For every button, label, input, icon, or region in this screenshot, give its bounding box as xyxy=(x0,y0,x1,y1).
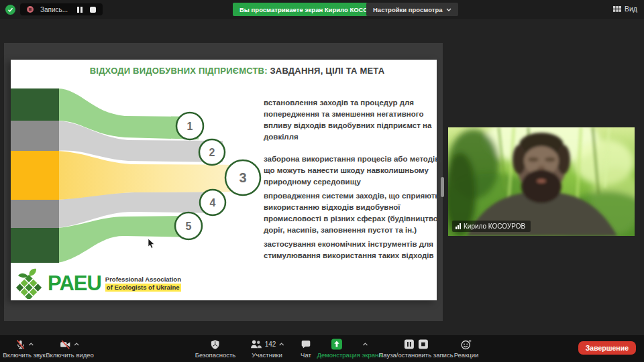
slide-paragraph: впровадження системи заходів, що сприяют… xyxy=(264,190,442,236)
logo-line1: Professional Association xyxy=(105,276,181,284)
reactions-emoji-icon xyxy=(460,339,472,350)
encryption-shield-icon xyxy=(5,5,15,15)
start-video-button[interactable]: Включить видео xyxy=(46,339,94,359)
chevron-up-icon[interactable] xyxy=(28,343,34,346)
security-shield-icon xyxy=(210,339,221,350)
video-panel-collapse-handle[interactable] xyxy=(441,177,444,197)
participants-icon xyxy=(250,339,262,349)
slide-title-green: ВІДХОДИ ВИДОБУВНИХ ПІДПРИЄМСТВ: xyxy=(90,66,270,76)
view-button[interactable]: Вид xyxy=(613,5,637,13)
participant-video-tile[interactable]: Кирило КОСОУРОВ xyxy=(448,127,635,236)
slide-title: ВІДХОДИ ВИДОБУВНИХ ПІДПРИЄМСТВ: ЗАВДАННЯ… xyxy=(38,66,437,76)
view-options-label: Настройки просмотра xyxy=(373,6,442,13)
recording-dot-icon xyxy=(27,6,34,13)
funnel-number-5: 5 xyxy=(186,221,192,232)
stop-recording-icon[interactable] xyxy=(418,339,428,349)
participant-video-frame xyxy=(448,127,635,236)
unmute-label: Включить звук xyxy=(3,351,45,359)
recording-label: Запись... xyxy=(40,6,68,13)
meeting-top-bar: Запись... Вы просматриваете экран Кирило… xyxy=(0,0,644,19)
security-label: Безопасность xyxy=(195,351,236,359)
view-options-button[interactable]: Настройки просмотра xyxy=(366,3,458,16)
pause-stop-recording-label: Пауза/остановить запись xyxy=(378,351,453,359)
paeu-logo: PAEU Professional Association of Ecologi… xyxy=(16,268,181,299)
unmute-button[interactable]: Включить звук xyxy=(3,339,45,359)
pause-stop-recording-button[interactable]: Пауза/остановить запись xyxy=(378,339,453,359)
reactions-button[interactable]: Реакции xyxy=(454,339,479,359)
mouse-cursor xyxy=(148,239,156,249)
logo-line2: of Ecologists of Ukraine xyxy=(105,284,181,292)
slide-paragraph: застосування економічних інструментів дл… xyxy=(264,239,442,261)
participants-label: Участники xyxy=(252,351,282,359)
participants-count: 142 xyxy=(265,341,276,348)
view-label: Вид xyxy=(625,5,637,13)
presentation-slide: ВІДХОДИ ВИДОБУВНИХ ПІДПРИЄМСТВ: ЗАВДАННЯ… xyxy=(11,60,437,300)
stop-recording-icon[interactable] xyxy=(90,7,96,13)
share-screen-icon xyxy=(331,339,342,350)
paeu-cube-icon xyxy=(16,268,46,299)
recording-controls[interactable]: Запись... xyxy=(20,3,103,15)
share-screen-label: Демонстрация экрана xyxy=(317,351,382,359)
chat-bubble-icon xyxy=(301,339,311,349)
chevron-up-icon[interactable] xyxy=(362,343,368,346)
slide-paragraph: встановлення заходів та процедур для поп… xyxy=(264,97,442,143)
participant-name-tag: Кирило КОСОУРОВ xyxy=(452,221,531,232)
funnel-number-4: 4 xyxy=(210,197,216,208)
chevron-up-icon[interactable] xyxy=(278,343,284,346)
funnel-diagram: 1 2 3 4 5 xyxy=(11,86,266,268)
pause-recording-icon[interactable] xyxy=(404,339,414,349)
chevron-down-icon xyxy=(446,8,451,11)
slide-title-dark: ЗАВДАННЯ, ЦІЛІ ТА МЕТА xyxy=(270,66,385,76)
share-screen-button[interactable]: Демонстрация экрана xyxy=(317,339,382,359)
slide-paragraph: заборона використання процесів або метод… xyxy=(264,154,442,188)
mic-muted-icon xyxy=(15,339,25,350)
reactions-label: Реакции xyxy=(454,351,479,359)
funnel-number-1: 1 xyxy=(187,121,193,132)
connection-signal-icon xyxy=(455,223,461,230)
participants-button[interactable]: 142 Участники xyxy=(250,339,284,359)
participant-name: Кирило КОСОУРОВ xyxy=(464,223,525,230)
security-button[interactable]: Безопасность xyxy=(195,339,236,359)
chat-label: Чат xyxy=(301,351,311,359)
chevron-up-icon[interactable] xyxy=(74,343,80,346)
end-meeting-button[interactable]: Завершение xyxy=(578,341,636,355)
paeu-acronym: PAEU xyxy=(48,272,101,296)
meeting-toolbar: Включить звук Включить видео Безопасност… xyxy=(0,335,644,362)
funnel-number-3: 3 xyxy=(239,170,246,185)
funnel-number-2: 2 xyxy=(209,147,215,158)
chat-button[interactable]: Чат xyxy=(301,339,311,359)
pause-recording-icon[interactable] xyxy=(77,7,83,13)
camera-off-icon xyxy=(60,339,72,350)
start-video-label: Включить видео xyxy=(46,351,94,359)
grid-view-icon xyxy=(613,6,621,12)
